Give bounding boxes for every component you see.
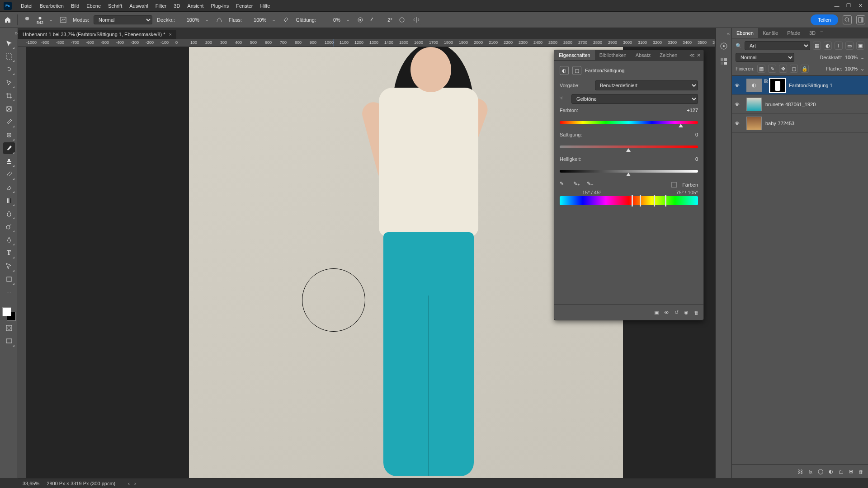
tab-ebenen[interactable]: Ebenen bbox=[732, 28, 758, 38]
mask-icon[interactable]: ◯ bbox=[818, 469, 823, 474]
brush-preset-chevron[interactable]: ⌄ bbox=[48, 17, 54, 23]
layer-blend-select[interactable]: Normal bbox=[736, 53, 794, 62]
preset-select[interactable]: Benutzerdefiniert bbox=[595, 80, 698, 90]
document-close-icon[interactable]: × bbox=[169, 32, 172, 37]
pen-tool[interactable] bbox=[3, 234, 15, 246]
tab-eigenschaften[interactable]: Eigenschaften bbox=[554, 50, 595, 60]
document-info[interactable]: 2800 Px × 3319 Px (300 ppcm) bbox=[47, 481, 115, 486]
type-tool[interactable]: T bbox=[3, 247, 15, 259]
hue-range-slider[interactable] bbox=[560, 196, 698, 205]
document-tab[interactable]: Unbenannt-1 bei 33,7% (Farbton/Sättigung… bbox=[18, 30, 176, 39]
layer-name[interactable]: brunette-487061_1920 bbox=[765, 102, 816, 107]
link-layers-icon[interactable]: ⛓ bbox=[798, 469, 803, 474]
menu-datei[interactable]: Datei bbox=[17, 3, 36, 9]
menu-filter[interactable]: Filter bbox=[152, 3, 170, 9]
screenmode-icon[interactable] bbox=[3, 335, 15, 347]
blend-mode-select[interactable]: Normal bbox=[94, 15, 152, 24]
eyedropper-set-icon[interactable]: ✎ bbox=[560, 181, 568, 189]
opacity-value[interactable]: 100% bbox=[179, 17, 199, 23]
color-swatch[interactable] bbox=[2, 307, 16, 321]
dodge-tool[interactable] bbox=[3, 221, 15, 233]
smoothing-value[interactable]: 0% bbox=[321, 17, 340, 23]
panel-collapse-icon[interactable]: ≪ bbox=[689, 52, 695, 58]
crop-tool[interactable] bbox=[3, 90, 15, 102]
lightness-slider[interactable] bbox=[560, 165, 698, 177]
ruler-horizontal[interactable]: -1000-900-800-700-600-500-400-300-200-10… bbox=[26, 39, 715, 47]
panel-close-icon[interactable]: ✕ bbox=[697, 52, 701, 58]
lock-pixels-icon[interactable]: ✎ bbox=[768, 65, 776, 73]
gradient-tool[interactable] bbox=[3, 195, 15, 206]
lock-nest-icon[interactable]: ▢ bbox=[790, 65, 798, 73]
layer-mask-thumbnail[interactable] bbox=[770, 79, 785, 92]
lightness-value[interactable]: 0 bbox=[678, 156, 698, 162]
fill-value[interactable]: 100% bbox=[845, 66, 858, 71]
move-tool[interactable] bbox=[3, 38, 15, 49]
opacity-chevron[interactable]: ⌄ bbox=[204, 17, 210, 23]
smoothing-gear-icon[interactable] bbox=[355, 15, 365, 25]
shape-tool[interactable] bbox=[3, 273, 15, 285]
menu-ansicht[interactable]: Ansicht bbox=[184, 3, 207, 9]
foreground-color[interactable] bbox=[2, 307, 11, 316]
saturation-slider[interactable] bbox=[560, 141, 698, 153]
filter-smart-icon[interactable]: ▣ bbox=[856, 42, 864, 50]
menu-auswahl[interactable]: Auswahl bbox=[126, 3, 152, 9]
workspace-switcher-icon[interactable] bbox=[856, 15, 865, 24]
visibility-icon[interactable]: 👁 bbox=[735, 102, 743, 107]
layer-filter-kind[interactable]: Art bbox=[745, 41, 810, 50]
tab-zeichen[interactable]: Zeichen bbox=[655, 50, 682, 60]
new-layer-icon[interactable]: ⊞ bbox=[849, 469, 853, 474]
filter-type-icon[interactable]: T bbox=[835, 42, 843, 50]
ruler-corner[interactable] bbox=[18, 39, 26, 47]
healing-tool[interactable] bbox=[3, 129, 15, 141]
eyedropper-sub-icon[interactable]: ✎₋ bbox=[587, 181, 595, 189]
eraser-tool[interactable] bbox=[3, 182, 15, 193]
eyedropper-add-icon[interactable]: ✎₊ bbox=[573, 181, 581, 189]
layer-item[interactable]: 👁 brunette-487061_1920 bbox=[732, 95, 868, 114]
dock-collapse-icon[interactable]: « bbox=[727, 31, 731, 36]
fx-icon[interactable]: fx bbox=[808, 469, 812, 474]
menu-fenster[interactable]: Fenster bbox=[232, 3, 256, 9]
layer-item[interactable]: 👁 baby-772453 bbox=[732, 114, 868, 133]
layer-thumbnail[interactable]: ◐ bbox=[746, 79, 762, 92]
ruler-vertical[interactable] bbox=[18, 47, 26, 478]
layer-thumbnail[interactable] bbox=[746, 117, 762, 130]
layer-name[interactable]: Farbton/Sättigung 1 bbox=[789, 83, 833, 88]
menu-hilfe[interactable]: Hilfe bbox=[256, 3, 274, 9]
menu-plugins[interactable]: Plug-ins bbox=[207, 3, 232, 9]
channel-select[interactable]: Gelbtöne bbox=[571, 94, 698, 104]
panel-menu-icon[interactable]: ≡ bbox=[820, 28, 823, 33]
filter-shape-icon[interactable]: ▭ bbox=[845, 42, 854, 50]
status-nav-right-icon[interactable]: › bbox=[134, 481, 136, 486]
status-nav-left-icon[interactable]: ‹ bbox=[128, 481, 130, 486]
visibility-icon[interactable]: 👁 bbox=[735, 83, 743, 88]
delete-adjustment-icon[interactable]: 🗑 bbox=[694, 310, 699, 315]
quickmask-icon[interactable] bbox=[3, 322, 15, 334]
smoothing-chevron[interactable]: ⌄ bbox=[345, 17, 351, 23]
window-maximize-button[interactable]: ❐ bbox=[844, 3, 853, 9]
filter-adj-icon[interactable]: ◐ bbox=[824, 42, 832, 50]
hue-value[interactable]: +127 bbox=[678, 108, 698, 113]
menu-3d[interactable]: 3D bbox=[170, 3, 184, 9]
pressure-opacity-icon[interactable] bbox=[214, 15, 224, 25]
layer-opacity-value[interactable]: 100% bbox=[845, 55, 858, 60]
blur-tool[interactable] bbox=[3, 208, 15, 220]
selection-tool[interactable] bbox=[3, 77, 15, 89]
history-brush-tool[interactable] bbox=[3, 169, 15, 180]
menu-bild[interactable]: Bild bbox=[67, 3, 83, 9]
layer-name[interactable]: baby-772453 bbox=[765, 121, 794, 126]
saturation-value[interactable]: 0 bbox=[678, 132, 698, 137]
colorize-checkbox[interactable] bbox=[671, 182, 677, 188]
symmetry-icon[interactable] bbox=[411, 15, 421, 25]
menu-schrift[interactable]: Schrift bbox=[104, 3, 126, 9]
brush-size-display[interactable]: ● 542 bbox=[37, 14, 43, 25]
window-minimize-button[interactable]: — bbox=[833, 3, 841, 9]
tab-pfade[interactable]: Pfade bbox=[783, 28, 805, 38]
toggle-visibility-icon[interactable]: ◉ bbox=[684, 310, 689, 315]
lock-all-icon[interactable]: 🔒 bbox=[801, 65, 809, 73]
link-icon[interactable]: ⛓ bbox=[764, 79, 768, 92]
pressure-size-icon[interactable] bbox=[397, 15, 407, 25]
menu-ebene[interactable]: Ebene bbox=[83, 3, 104, 9]
home-button[interactable] bbox=[3, 15, 13, 25]
lock-transparent-icon[interactable]: ▨ bbox=[757, 65, 765, 73]
adjustment-icon[interactable]: ◐ bbox=[829, 469, 833, 474]
